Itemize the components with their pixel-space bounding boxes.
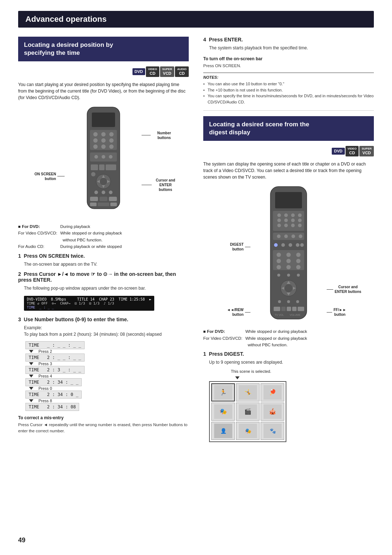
svg-rect-35 — [110, 203, 117, 206]
svg-point-6 — [93, 138, 98, 143]
svg-point-49 — [291, 224, 295, 227]
svg-point-44 — [284, 219, 288, 222]
svg-rect-89 — [281, 307, 286, 311]
turn-off-bar: To turn off the on-screen bar Press ON S… — [203, 56, 374, 69]
left-remote-diagram: Number buttons ON SCREENbutton Cursor an… — [18, 105, 189, 219]
svg-rect-34 — [98, 203, 109, 206]
svg-point-78 — [285, 284, 293, 292]
scene-display: This scene is selected. 🏃 🤸 — [209, 369, 374, 442]
cursor-enter-label-right: Cursor andENTER buttons — [327, 285, 365, 294]
cursor-enter-label-left: Cursor andENTER buttons — [142, 178, 178, 192]
scene-thumb-7: 👤 — [211, 422, 235, 440]
left-column: Locating a desired position by specifyin… — [18, 37, 189, 434]
svg-point-72 — [296, 265, 301, 269]
svg-point-55 — [299, 234, 302, 238]
scene-thumb-4: 🎭 — [211, 403, 235, 421]
svg-point-58 — [274, 243, 278, 247]
svg-point-14 — [102, 155, 105, 159]
svg-point-62 — [300, 243, 304, 247]
number-buttons-label: Number buttons — [142, 131, 176, 140]
rew-button-label: ◄◄/REWbutton — [221, 307, 250, 317]
svg-rect-90 — [287, 307, 291, 311]
svg-point-45 — [291, 219, 295, 222]
scene-thumb-5: 🎬 — [236, 403, 260, 421]
svg-point-41 — [291, 213, 295, 217]
for-dvd-table: ■ For DVD:During playback For Video CD/S… — [18, 223, 189, 250]
svg-rect-1 — [92, 113, 115, 127]
step-1: 1 Press ON SCREEN twice. The on-screen b… — [18, 253, 189, 268]
svg-point-27 — [94, 191, 98, 194]
scene-thumb-9: 🐾 — [261, 422, 284, 440]
svg-point-15 — [109, 155, 113, 159]
svg-point-42 — [298, 213, 302, 217]
step-4: 4 Press ENTER. The system starts playbac… — [203, 37, 374, 51]
svg-point-54 — [291, 234, 295, 238]
step-3: 3 Use Number buttons (0-9) to enter the … — [18, 317, 189, 411]
svg-rect-31 — [99, 197, 107, 201]
svg-text:🎭: 🎭 — [245, 428, 251, 434]
svg-point-75 — [287, 274, 290, 277]
ff-button-label: FF/►►button — [327, 307, 356, 317]
svg-point-11 — [109, 144, 114, 149]
badge-super-vcd: SUPER VCD — [160, 66, 175, 77]
svg-point-61 — [296, 243, 299, 247]
scene-thumb-8: 🎭 — [236, 422, 260, 440]
digest-remote-svg: TV VOL VOLUME — [252, 185, 325, 323]
svg-point-50 — [298, 224, 302, 227]
svg-point-43 — [277, 219, 281, 222]
svg-rect-17 — [91, 164, 98, 170]
svg-point-53 — [284, 234, 288, 238]
svg-rect-19 — [106, 164, 116, 170]
svg-point-40 — [284, 213, 288, 217]
digest-badge-row: DVD VIDEO CD SUPER VCD — [203, 146, 374, 156]
svg-point-67 — [277, 259, 281, 263]
svg-rect-33 — [90, 203, 97, 206]
svg-point-52 — [277, 234, 281, 238]
svg-point-10 — [101, 144, 106, 149]
svg-point-28 — [102, 191, 105, 194]
chapter-heading-text: Advanced operations — [25, 15, 107, 24]
svg-point-22 — [100, 178, 107, 185]
scene-thumb-6: 🎪 — [261, 403, 284, 421]
right-column: 4 Press ENTER. The system starts playbac… — [203, 37, 374, 442]
left-body-text: You can start playing at your desired po… — [18, 81, 189, 101]
svg-rect-37 — [275, 192, 302, 208]
digest-button-label: DIGESTbutton — [220, 242, 250, 252]
svg-point-84 — [278, 300, 281, 303]
svg-rect-88 — [274, 307, 280, 311]
svg-point-3 — [93, 132, 98, 136]
digest-badge-super-vcd: SUPER VCD — [359, 146, 374, 156]
svg-point-66 — [296, 253, 301, 257]
scene-thumb-3: 🏓 — [261, 383, 284, 401]
digest-badge-dvd: DVD — [332, 148, 344, 155]
digest-section-heading: Locating a desired scene from the digest… — [203, 116, 374, 141]
svg-point-47 — [277, 224, 281, 227]
svg-point-69 — [296, 259, 301, 263]
main-content: Locating a desired position by specifyin… — [18, 37, 374, 442]
badge-dvd: DVD — [132, 68, 145, 75]
svg-text:🐾: 🐾 — [269, 428, 276, 434]
svg-text:🎪: 🎪 — [269, 408, 276, 415]
svg-rect-30 — [90, 197, 98, 201]
svg-point-46 — [298, 219, 302, 222]
svg-rect-92 — [298, 307, 304, 311]
chapter-heading: Advanced operations — [18, 11, 374, 28]
on-screen-label: ON SCREENbutton — [34, 172, 65, 181]
digest-for-dvd-table: ■ For DVD:While stopped or during playba… — [203, 328, 374, 348]
left-badge-row: DVD VIDEO CD SUPER VCD AUDIO CD — [18, 66, 189, 77]
svg-point-70 — [277, 265, 281, 269]
svg-point-13 — [94, 155, 98, 159]
scene-grid: 🏃 🤸 🏓 🎭 🎬 — [209, 381, 286, 442]
digest-step-1: 1 Press DIGEST. Up to 9 opening scenes a… — [203, 351, 374, 366]
page-number: 49 — [18, 536, 25, 544]
scene-thumb-1: 🏃 — [211, 383, 235, 401]
badge-video-cd: VIDEO CD — [146, 66, 159, 77]
svg-text:TV VOL: TV VOL — [275, 314, 284, 316]
digest-body-text: The system can display the opening scene… — [203, 161, 374, 180]
svg-rect-91 — [292, 307, 297, 311]
digest-badge-video-cd: VIDEO CD — [346, 146, 359, 156]
correct-misentry: To correct a mis-entry Press Cursor ◄ re… — [18, 415, 189, 434]
svg-text:VOLUME: VOLUME — [290, 314, 301, 316]
step-2: 2 Press Cursor ►/◄ to move ☞ to ⊙→ in th… — [18, 271, 189, 313]
svg-text:🏓: 🏓 — [269, 389, 276, 396]
